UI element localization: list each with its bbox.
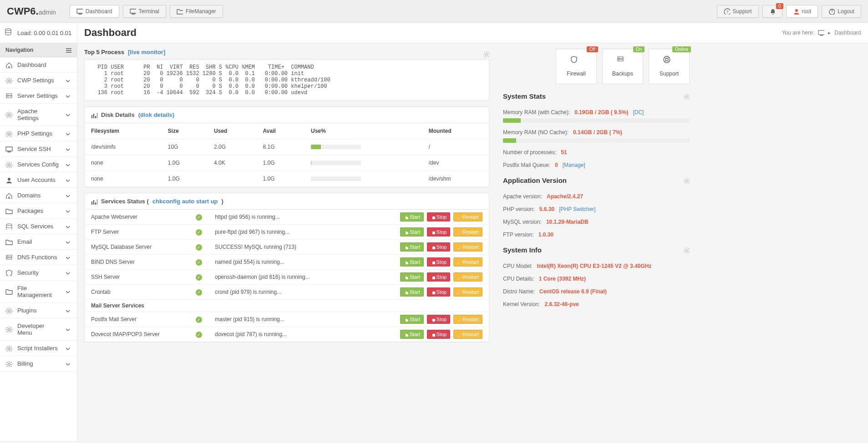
nav-item-cwp-settings[interactable]: CWP Settings xyxy=(0,73,77,88)
nav-item-server-settings[interactable]: Server Settings xyxy=(0,88,77,104)
status-ok-icon: ✓ xyxy=(196,244,202,251)
firewall-box[interactable]: Off Firewall xyxy=(556,49,597,84)
nav-item-service-ssh[interactable]: Service SSH xyxy=(0,141,77,157)
service-row: SSH Server✓openssh-daemon (pid 616) is r… xyxy=(85,270,489,285)
php-switcher-link[interactable]: [PHP Switcher] xyxy=(559,206,595,212)
nav-item-sql-services[interactable]: SQL Services xyxy=(0,219,77,234)
manage-queue-link[interactable]: [Manage] xyxy=(563,162,585,168)
notifications-button[interactable]: 0 xyxy=(762,5,782,18)
gear-icon[interactable] xyxy=(683,93,690,100)
system-info-title: System Info xyxy=(503,246,542,254)
kernel-version: 2.6.32-46-pve xyxy=(544,301,579,307)
chevron-down-icon xyxy=(64,177,71,183)
nav-item-security[interactable]: Security xyxy=(0,265,77,281)
start-button[interactable]: Start xyxy=(400,287,424,297)
stop-button[interactable]: Stop xyxy=(427,227,451,237)
terminal-button[interactable]: Terminal xyxy=(123,5,166,18)
stop-button[interactable]: Stop xyxy=(427,242,451,252)
nav-item-packages[interactable]: Packages xyxy=(0,203,77,219)
nav-item-email[interactable]: Email xyxy=(0,234,77,250)
nav-item-services-config[interactable]: Services Config xyxy=(0,157,77,172)
nav-item-php-settings[interactable]: PHP Settings xyxy=(0,126,77,141)
support-button[interactable]: Support xyxy=(717,5,759,18)
php-version: 5.6.30 xyxy=(539,206,554,212)
stop-button[interactable]: Stop xyxy=(427,257,451,267)
chkconfig-link[interactable]: chkconfig auto start up xyxy=(152,198,218,205)
dashboard-button[interactable]: Dashboard xyxy=(70,5,119,18)
restart-button[interactable]: Restart xyxy=(453,227,482,237)
stop-button[interactable]: Stop xyxy=(427,330,451,339)
user-button[interactable]: root xyxy=(786,5,818,18)
menu-icon[interactable] xyxy=(65,47,71,53)
filemanager-button[interactable]: FileManager xyxy=(170,5,223,18)
nav-icon xyxy=(5,111,13,118)
service-row: Dovecot IMAP/POP3 Server✓dovecot (pid 78… xyxy=(85,327,489,342)
dc-link[interactable]: [DC] xyxy=(633,109,644,116)
status-ok-icon: ✓ xyxy=(196,214,202,221)
stop-icon xyxy=(431,332,435,337)
nav-item-script-installers[interactable]: Script Installers xyxy=(0,341,77,356)
nav-item-plugins[interactable]: Plugins xyxy=(0,303,77,318)
nav-item-dns-functions[interactable]: DNS Functions xyxy=(0,250,77,265)
nav-item-user-accounts[interactable]: User Accounts xyxy=(0,172,77,188)
stop-button[interactable]: Stop xyxy=(427,287,451,297)
chevron-down-icon xyxy=(64,146,71,152)
chevron-down-icon xyxy=(64,326,71,332)
nav-label: PHP Settings xyxy=(17,130,52,137)
restart-button[interactable]: Restart xyxy=(453,330,482,339)
nav-item-file-management[interactable]: File Management xyxy=(0,281,77,303)
start-button[interactable]: Start xyxy=(400,212,424,222)
start-button[interactable]: Start xyxy=(400,330,424,339)
nav-label: File Management xyxy=(17,285,60,298)
nav-item-billing[interactable]: Billing xyxy=(0,356,77,372)
backups-box[interactable]: On Backups xyxy=(602,49,643,84)
nav-item-developer-menu[interactable]: Developer Menu xyxy=(0,318,77,341)
nav-item-apache-settings[interactable]: Apache Settings xyxy=(0,104,77,126)
start-button[interactable]: Start xyxy=(400,272,424,282)
server-icon xyxy=(617,56,629,68)
status-ok-icon: ✓ xyxy=(196,259,202,266)
system-stats-title: System Stats xyxy=(503,92,546,100)
stop-button[interactable]: Stop xyxy=(427,212,451,222)
disk-details-link[interactable]: (disk details) xyxy=(138,111,174,118)
gear-icon[interactable] xyxy=(683,177,690,184)
chevron-down-icon xyxy=(64,192,71,199)
nav-icon xyxy=(5,307,13,314)
refresh-icon xyxy=(457,260,462,264)
chevron-down-icon xyxy=(64,345,71,352)
restart-button[interactable]: Restart xyxy=(453,257,482,267)
nav-item-domains[interactable]: Domains xyxy=(0,188,77,203)
start-button[interactable]: Start xyxy=(400,315,424,324)
mysql-version: 10.1.28-MariaDB xyxy=(546,219,589,225)
logout-button[interactable]: Logout xyxy=(822,5,861,18)
breadcrumb: You are here: ▸ Dashboard xyxy=(782,30,861,36)
chevron-down-icon xyxy=(64,223,71,230)
nav-item-dashboard[interactable]: Dashboard xyxy=(0,57,77,73)
restart-button[interactable]: Restart xyxy=(453,287,482,297)
stop-icon xyxy=(431,290,435,294)
restart-button[interactable]: Restart xyxy=(453,315,482,324)
gear-icon[interactable] xyxy=(683,247,690,253)
stop-button[interactable]: Stop xyxy=(427,315,451,324)
chevron-down-icon xyxy=(64,239,71,245)
start-button[interactable]: Start xyxy=(400,242,424,252)
stop-icon xyxy=(431,317,435,322)
gear-icon[interactable] xyxy=(483,51,489,57)
start-button[interactable]: Start xyxy=(400,257,424,267)
nav-icon xyxy=(5,223,13,230)
restart-button[interactable]: Restart xyxy=(453,272,482,282)
start-button[interactable]: Start xyxy=(400,227,424,237)
bell-icon xyxy=(769,8,776,15)
restart-button[interactable]: Restart xyxy=(453,212,482,222)
disk-table: FilesystemSizeUsed AvailUse%Mounted /dev… xyxy=(85,123,489,187)
chevron-down-icon xyxy=(64,93,71,99)
monitor-icon xyxy=(818,30,824,36)
stop-button[interactable]: Stop xyxy=(427,272,451,282)
support-box[interactable]: Online Support xyxy=(649,49,690,84)
live-monitor-link[interactable]: [live monitor] xyxy=(128,49,165,55)
status-ok-icon: ✓ xyxy=(196,289,202,296)
nav-icon xyxy=(5,288,13,295)
sidebar-header: Navigation xyxy=(0,43,77,57)
restart-button[interactable]: Restart xyxy=(453,242,482,252)
monitor-icon xyxy=(76,8,83,15)
